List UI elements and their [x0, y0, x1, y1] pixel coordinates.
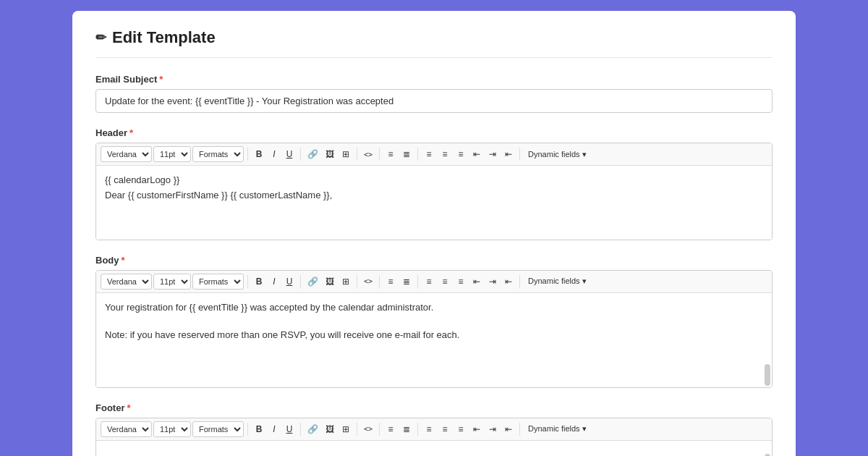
body-italic-button[interactable]: I [267, 274, 281, 290]
header-italic-button[interactable]: I [267, 146, 281, 162]
header-indent-left-button[interactable]: ⇤ [469, 146, 484, 162]
footer-bold-button[interactable]: B [252, 421, 266, 437]
header-size-select[interactable]: 11pt [153, 146, 191, 162]
header-editor-wrapper: Verdana 11pt Formats B I U 🔗 🖼 ⊞ [95, 143, 773, 240]
footer-table-button[interactable]: ⊞ [339, 421, 353, 437]
footer-code-button[interactable]: <> [361, 421, 375, 437]
body-sep-5 [417, 275, 418, 288]
body-label: Body* [95, 255, 773, 266]
footer-image-button[interactable]: 🖼 [323, 421, 337, 437]
footer-editor-wrapper: Verdana 11pt Formats B I U 🔗 🖼 ⊞ [95, 418, 773, 456]
body-indent-left-button[interactable]: ⇤ [469, 274, 484, 290]
toolbar-sep-2 [300, 148, 301, 161]
header-label: Header* [95, 127, 773, 138]
toolbar-sep-3 [357, 148, 357, 161]
footer-editor-content[interactable] [96, 441, 772, 456]
body-format-buttons: B I U [252, 274, 297, 290]
body-sep-6 [519, 275, 520, 288]
body-align-center-button[interactable]: ≡ [438, 274, 452, 290]
pencil-icon: ✏ [95, 30, 106, 46]
footer-label: Footer* [95, 402, 773, 413]
body-ul-button[interactable]: ≣ [399, 274, 414, 290]
body-align-right-button[interactable]: ≡ [454, 274, 468, 290]
footer-formats-select[interactable]: Formats [192, 421, 244, 437]
body-formats-select[interactable]: Formats [192, 274, 244, 290]
header-ol-button[interactable]: ≡ [383, 146, 398, 162]
toolbar-sep-6 [519, 148, 520, 161]
page-title-area: ✏ Edit Template [95, 28, 773, 58]
body-size-select[interactable]: 11pt [153, 274, 191, 290]
page-title: Edit Template [112, 28, 216, 47]
footer-dynamic-fields-button[interactable]: Dynamic fields ▾ [525, 423, 590, 435]
footer-align-right-button[interactable]: ≡ [454, 421, 468, 437]
footer-italic-button[interactable]: I [267, 421, 281, 437]
footer-outdent-button[interactable]: ⇤ [501, 421, 516, 437]
body-ol-button[interactable]: ≡ [383, 274, 398, 290]
body-font-select[interactable]: Verdana [101, 274, 152, 290]
header-format-buttons: B I U [252, 146, 297, 162]
header-bold-button[interactable]: B [252, 146, 266, 162]
body-sep-4 [379, 275, 380, 288]
header-link-button[interactable]: 🔗 [305, 146, 321, 162]
toolbar-sep-1 [247, 148, 248, 161]
footer-size-select[interactable]: 11pt [153, 421, 191, 437]
header-formats-select[interactable]: Formats [192, 146, 244, 162]
header-image-button[interactable]: 🖼 [323, 146, 337, 162]
header-content-line2: Dear {{ customerFirstName }} {{ customer… [105, 188, 763, 203]
header-section: Header* Verdana 11pt Formats B I U [95, 127, 773, 240]
footer-toolbar: Verdana 11pt Formats B I U 🔗 🖼 ⊞ [96, 418, 772, 441]
header-code-button[interactable]: <> [361, 146, 375, 162]
body-content-line1: Your registration for {{ eventTitle }} w… [105, 300, 763, 316]
email-subject-label: Email Subject* [95, 74, 773, 85]
header-toolbar: Verdana 11pt Formats B I U 🔗 🖼 ⊞ [96, 143, 772, 166]
body-dynamic-fields-button[interactable]: Dynamic fields ▾ [525, 275, 590, 287]
header-editor-content[interactable]: {{ calendarLogo }} Dear {{ customerFirst… [96, 166, 772, 240]
body-outdent-button[interactable]: ⇤ [501, 274, 516, 290]
header-content-line1: {{ calendarLogo }} [105, 173, 763, 188]
footer-indent-right-button[interactable]: ⇥ [485, 421, 500, 437]
body-content-spacer [105, 315, 763, 328]
footer-format-buttons: B I U [252, 421, 297, 437]
footer-align-center-button[interactable]: ≡ [438, 421, 452, 437]
footer-ul-button[interactable]: ≣ [399, 421, 414, 437]
footer-section: Footer* Verdana 11pt Formats B I U [95, 402, 773, 456]
toolbar-sep-5 [417, 148, 418, 161]
body-content-line3: Note: if you have reserved more than one… [105, 328, 763, 343]
header-indent-right-button[interactable]: ⇥ [485, 146, 500, 162]
header-align-right-button[interactable]: ≡ [454, 146, 468, 162]
toolbar-sep-4 [379, 148, 380, 161]
footer-font-select[interactable]: Verdana [101, 421, 152, 437]
body-image-button[interactable]: 🖼 [323, 274, 337, 290]
footer-align-left-button[interactable]: ≡ [422, 421, 436, 437]
body-sep-3 [357, 275, 357, 288]
body-editor-content[interactable]: Your registration for {{ eventTitle }} w… [96, 293, 772, 387]
body-link-button[interactable]: 🔗 [305, 274, 321, 290]
footer-link-button[interactable]: 🔗 [305, 421, 321, 437]
footer-scrollbar[interactable] [765, 454, 770, 456]
header-font-select[interactable]: Verdana [101, 146, 152, 162]
header-outdent-button[interactable]: ⇤ [501, 146, 516, 162]
footer-sep-4 [379, 423, 380, 436]
body-scrollbar[interactable] [765, 364, 770, 386]
header-ul-button[interactable]: ≣ [399, 146, 414, 162]
footer-indent-left-button[interactable]: ⇤ [469, 421, 484, 437]
body-editor-wrapper: Verdana 11pt Formats B I U 🔗 🖼 ⊞ [95, 270, 773, 388]
body-code-button[interactable]: <> [361, 274, 375, 290]
body-align-left-button[interactable]: ≡ [422, 274, 436, 290]
footer-sep-6 [519, 423, 520, 436]
header-dynamic-fields-button[interactable]: Dynamic fields ▾ [525, 148, 590, 161]
footer-sep-3 [357, 423, 357, 436]
header-align-center-button[interactable]: ≡ [438, 146, 452, 162]
main-card: ✏ Edit Template Email Subject* Header* V… [72, 11, 796, 456]
body-indent-right-button[interactable]: ⇥ [485, 274, 500, 290]
email-subject-section: Email Subject* [95, 74, 773, 127]
body-bold-button[interactable]: B [252, 274, 266, 290]
header-underline-button[interactable]: U [282, 146, 297, 162]
header-table-button[interactable]: ⊞ [339, 146, 353, 162]
header-align-left-button[interactable]: ≡ [422, 146, 436, 162]
footer-underline-button[interactable]: U [282, 421, 297, 437]
email-subject-input[interactable] [95, 89, 773, 113]
footer-ol-button[interactable]: ≡ [383, 421, 398, 437]
body-table-button[interactable]: ⊞ [339, 274, 353, 290]
body-underline-button[interactable]: U [282, 274, 297, 290]
